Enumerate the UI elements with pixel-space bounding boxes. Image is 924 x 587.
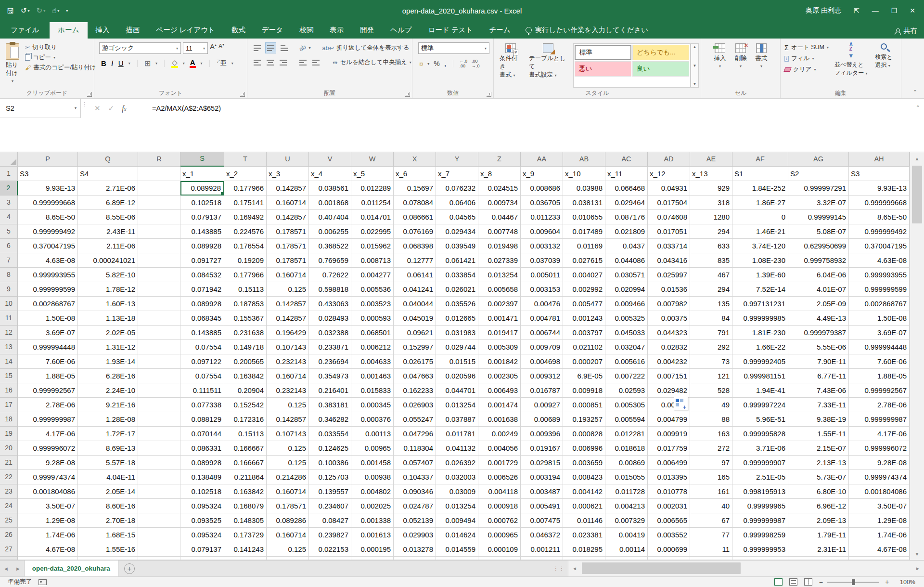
cell[interactable]: 0 — [732, 210, 788, 224]
increase-font-icon[interactable]: A▴ — [210, 42, 217, 54]
cell[interactable]: 0.125 — [267, 441, 309, 456]
cell[interactable]: 0.032003 — [436, 470, 478, 484]
clipboard-dialog-launcher-icon[interactable] — [87, 92, 92, 97]
cell[interactable]: 0.003132 — [521, 239, 563, 253]
cell[interactable]: 1.29E-08 — [18, 513, 78, 528]
cell[interactable]: 0.168079 — [224, 499, 267, 513]
select-all-corner[interactable] — [0, 152, 18, 167]
column-header-Y[interactable]: Y — [436, 152, 478, 167]
row-header-6[interactable]: 6 — [0, 239, 18, 253]
cell[interactable]: 0.196429 — [267, 326, 309, 340]
cell[interactable]: 0.124625 — [309, 441, 351, 456]
cell[interactable]: 0.023381 — [563, 528, 605, 542]
cell[interactable]: 0.000109 — [478, 542, 521, 557]
format-cells-button[interactable]: 書式▾ — [752, 41, 771, 88]
cell[interactable]: 0.024787 — [394, 499, 436, 513]
cell[interactable] — [138, 196, 180, 210]
decrease-font-icon[interactable]: A▾ — [218, 42, 224, 54]
cell[interactable]: 0.029815 — [521, 456, 563, 470]
cell[interactable]: 161 — [690, 484, 732, 499]
cell[interactable]: x_9 — [521, 167, 563, 181]
cell[interactable]: 40 — [690, 499, 732, 513]
ribbon-tab-3[interactable]: 描画 — [118, 22, 148, 39]
cell[interactable]: 0.003659 — [563, 456, 605, 470]
cell[interactable]: 0.026021 — [436, 282, 478, 297]
cell[interactable]: 0.141243 — [224, 542, 267, 557]
cell[interactable]: 0.021102 — [563, 340, 605, 354]
cell[interactable]: 6.77E-11 — [788, 369, 849, 383]
fill-button[interactable]: ↓フィル▾ — [783, 53, 831, 64]
cell[interactable]: 97 — [690, 456, 732, 470]
cell[interactable] — [605, 557, 648, 560]
cell[interactable]: 0.004142 — [563, 484, 605, 499]
cell[interactable]: 0.012289 — [351, 181, 394, 196]
cell[interactable]: 0.002397 — [478, 297, 521, 311]
cell[interactable] — [267, 557, 309, 560]
cell[interactable]: 0.102518 — [180, 196, 224, 210]
row-header-19[interactable]: 19 — [0, 427, 18, 441]
cell[interactable]: 0.160714 — [267, 196, 309, 210]
cell[interactable] — [138, 542, 180, 557]
cell[interactable]: 4.67E-08 — [849, 542, 910, 557]
cell[interactable] — [138, 427, 180, 441]
cell[interactable]: 0.009312 — [521, 369, 563, 383]
cell[interactable]: 0.211864 — [224, 470, 267, 484]
cell[interactable]: 0.006255 — [309, 224, 351, 239]
cell[interactable]: 0.011728 — [605, 484, 648, 499]
cell[interactable]: 0.031983 — [436, 326, 478, 340]
cell[interactable]: 0.407404 — [309, 210, 351, 224]
cell[interactable]: 0.010655 — [563, 210, 605, 224]
row-header-16[interactable]: 16 — [0, 383, 18, 398]
row-header-2[interactable]: 2 — [0, 181, 18, 196]
cell[interactable]: 2.70E-18 — [78, 513, 138, 528]
cell[interactable]: 11 — [690, 542, 732, 557]
cell[interactable]: 0.097122 — [180, 354, 224, 369]
cell[interactable]: 2.51E-05 — [732, 470, 788, 484]
cell[interactable]: 163 — [690, 427, 732, 441]
cell[interactable]: 0.068501 — [351, 326, 394, 340]
cell[interactable]: 0.002305 — [478, 369, 521, 383]
cell[interactable]: 0.02593 — [605, 383, 648, 398]
cell[interactable]: 0.013278 — [394, 542, 436, 557]
cell[interactable] — [138, 210, 180, 224]
cell[interactable]: 0.999979387 — [788, 326, 849, 340]
cell[interactable]: 0.629950699 — [788, 239, 849, 253]
conditional-formatting-button[interactable]: ≠ 条件付き書式 ▾ — [496, 41, 525, 88]
cell[interactable]: 0.001474 — [478, 398, 521, 412]
cell[interactable]: 0.107143 — [267, 340, 309, 354]
cell[interactable]: 1.72E-17 — [78, 427, 138, 441]
cell[interactable]: 0.006744 — [521, 326, 563, 340]
cell[interactable]: 0.089928 — [180, 297, 224, 311]
cell[interactable]: 0.078084 — [394, 196, 436, 210]
scroll-right-icon[interactable]: ► — [911, 566, 924, 571]
cell[interactable] — [788, 557, 849, 560]
cell[interactable]: 0.038561 — [309, 181, 351, 196]
cell[interactable]: 0.999992567 — [849, 383, 910, 398]
cell[interactable]: 0.002868767 — [18, 297, 78, 311]
row-header-7[interactable]: 7 — [0, 253, 18, 268]
cell-style-normal[interactable]: 標準 — [575, 45, 631, 60]
merge-center-button[interactable]: ⇹セルを結合して中央揃え▾ — [331, 57, 413, 67]
cell[interactable]: 0.999999987 — [18, 412, 78, 427]
cell[interactable]: 0.068345 — [180, 311, 224, 326]
cell[interactable]: 0.005616 — [605, 354, 648, 369]
cell[interactable]: 0.00689 — [521, 412, 563, 427]
cell[interactable]: 0.095324 — [180, 528, 224, 542]
cell[interactable]: 0.139557 — [309, 484, 351, 499]
cell[interactable]: 0.019417 — [478, 326, 521, 340]
cell[interactable]: 2.31E-11 — [788, 542, 849, 557]
cell[interactable]: 0.15113 — [224, 282, 267, 297]
cell[interactable]: 0.01515 — [436, 354, 478, 369]
cell[interactable]: 292 — [690, 340, 732, 354]
cell[interactable]: 0.041132 — [436, 441, 478, 456]
cell[interactable]: 2.78E-06 — [849, 398, 910, 412]
cell[interactable]: 0.200565 — [224, 354, 267, 369]
ribbon-tab-4[interactable]: ページ レイアウト — [148, 22, 223, 39]
cell[interactable]: 0.111511 — [180, 383, 224, 398]
cell[interactable]: 0.007748 — [478, 224, 521, 239]
cell[interactable]: S3 — [18, 167, 78, 181]
cell[interactable]: x_12 — [648, 167, 690, 181]
cell[interactable] — [138, 557, 180, 560]
cell[interactable]: 0.006565 — [648, 513, 690, 528]
row-header-12[interactable]: 12 — [0, 326, 18, 340]
